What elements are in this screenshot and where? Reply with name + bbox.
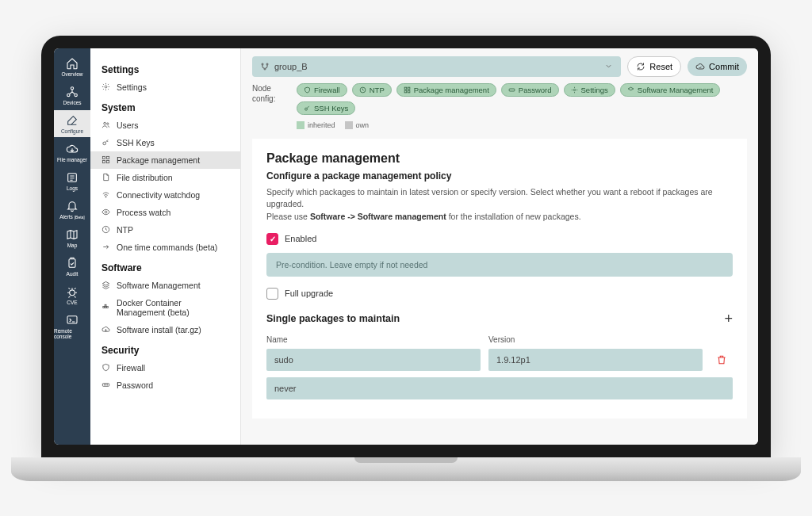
svg-point-7 [105,86,107,88]
config-item-process-watch[interactable]: Process watch [90,204,240,221]
svg-rect-22 [102,384,109,387]
section-title-system: System [90,96,240,117]
config-item-connectivity-watchdog[interactable]: Connectivity watchdog [90,186,240,204]
svg-rect-11 [102,156,105,159]
svg-rect-31 [408,87,410,90]
svg-point-28 [264,68,266,70]
config-item-ntp[interactable]: NTP [90,221,240,239]
pill-software-management[interactable]: Software Management [620,83,721,97]
chevron-down-icon [604,62,613,71]
full-upgrade-label: Full upgrade [285,289,333,298]
layers-icon [627,86,634,94]
svg-point-1 [67,94,70,96]
package-version-input[interactable] [488,349,703,371]
svg-point-25 [107,384,108,385]
sidebar-label: Audit [67,271,79,277]
svg-rect-18 [103,307,105,308]
add-package-button[interactable]: + [724,311,733,327]
svg-point-26 [262,63,263,65]
svg-rect-20 [106,307,108,308]
group-select[interactable]: group_B [252,56,621,77]
package-row [266,377,733,399]
svg-point-8 [104,122,106,124]
enabled-checkbox[interactable] [266,233,278,245]
svg-rect-32 [404,90,407,93]
pill-firewall[interactable]: Firewall [297,83,347,97]
svg-point-36 [305,108,308,110]
config-item-ssh-keys[interactable]: SSH Keys [90,134,240,151]
section-title-settings: Settings [90,58,240,78]
svg-point-24 [105,384,106,385]
sidebar-item-overview[interactable]: Overview [54,53,90,80]
bug-icon [66,285,79,298]
full-upgrade-checkbox[interactable] [266,288,278,300]
sidebar-label: Devices [63,100,81,105]
sidebar-item-remote-console[interactable]: Remote console [54,310,90,342]
sidebar-item-cve[interactable]: CVE [54,281,90,308]
pill-settings[interactable]: Settings [564,83,615,97]
sidebar-item-map[interactable]: Map [54,224,90,251]
list-icon [66,171,79,184]
pill-password[interactable]: Password [501,83,559,97]
config-item-package-management[interactable]: Package management [90,151,240,169]
sidebar-label: Map [67,243,78,248]
sidebar-item-logs[interactable]: Logs [54,167,90,194]
config-item-users[interactable]: Users [90,117,240,134]
layers-icon [102,281,110,289]
sidebar-item-audit[interactable]: Audit [54,253,90,280]
page-subtitle: Configure a package management policy [266,170,733,182]
config-item-one-time-commands[interactable]: One time commands (beta) [90,239,240,256]
commit-button[interactable]: Commit [688,57,747,76]
delete-package-button[interactable] [710,354,733,365]
svg-point-35 [573,89,575,90]
sidebar-item-alerts[interactable]: Alerts [Beta] [54,196,90,223]
col-name: Name [266,335,481,344]
svg-rect-30 [404,87,407,90]
config-item-file-distribution[interactable]: File distribution [90,169,240,186]
pill-ssh-keys[interactable]: SSH Keys [297,101,355,115]
svg-rect-4 [69,258,75,267]
packages-title: Single packages to maintain [266,313,400,324]
shield-icon [304,86,311,94]
precondition-input[interactable]: Pre-condition. Leave empty if not needed [266,253,733,277]
map-icon [66,228,79,241]
sidebar-label: Remote console [54,328,90,339]
package-name-input[interactable] [266,349,481,371]
main-panel: group_B Reset Commit Node config: [241,48,758,445]
svg-rect-12 [106,156,109,159]
sidebar-item-devices[interactable]: Devices [54,82,90,109]
package-name-input[interactable] [266,377,733,399]
cloud-icon [66,143,79,155]
wifi-icon [102,190,110,199]
legend-swatch-own [345,121,353,129]
config-item-docker[interactable]: Docker Container Management (beta) [90,294,240,321]
config-item-software-install[interactable]: Software install (tar.gz) [90,321,240,338]
config-item-password[interactable]: Password [90,376,240,394]
pill-package-management[interactable]: Package management [396,83,496,97]
page-title: Package management [266,151,733,166]
sidebar-label: CVE [67,300,77,305]
config-item-settings[interactable]: Settings [90,78,240,96]
key-icon [102,138,110,147]
svg-point-27 [266,63,268,65]
svg-rect-34 [509,89,515,91]
reset-button[interactable]: Reset [627,56,681,77]
pill-ntp[interactable]: NTP [352,83,392,97]
node-config-label: Node config: [252,83,290,115]
refresh-icon [636,62,645,71]
key-icon [304,105,311,112]
sidebar-item-file-manager[interactable]: File manager [54,139,90,166]
shield-icon [102,363,110,372]
config-item-firewall[interactable]: Firewall [90,359,240,376]
sidebar-label: File manager [57,157,87,162]
clock-icon [102,225,110,234]
svg-point-10 [103,142,106,145]
icon-sidebar: Overview Devices Configure File manager … [54,48,90,445]
eye-icon [102,208,110,216]
package-row [266,349,733,371]
config-item-software-management[interactable]: Software Management [90,277,240,294]
users-icon [102,120,110,129]
sidebar-item-configure[interactable]: Configure [54,110,90,137]
home-icon [66,57,79,70]
terminal-icon [66,314,79,327]
